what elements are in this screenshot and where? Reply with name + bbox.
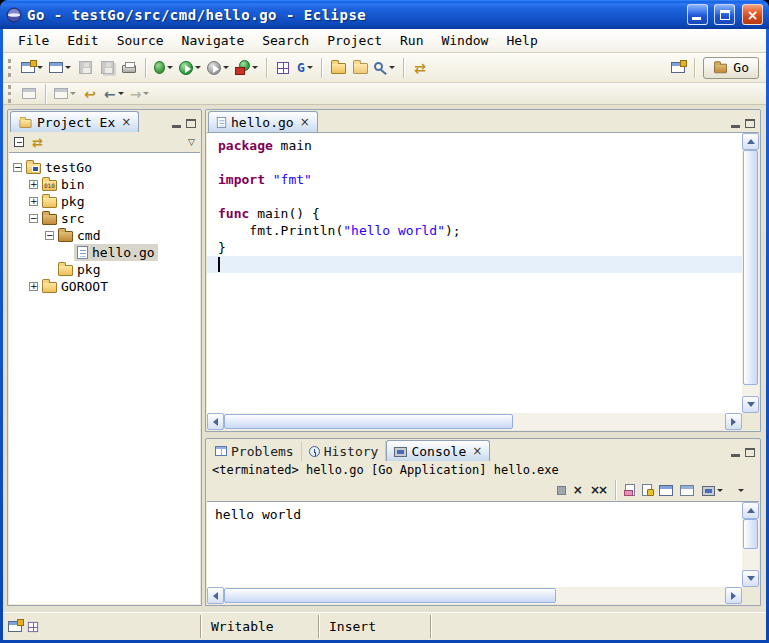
console-horizontal-scrollbar[interactable] (207, 587, 742, 604)
new-element-button[interactable] (46, 56, 74, 80)
scroll-left-button[interactable] (207, 587, 224, 604)
tab-project-explorer[interactable]: Project Ex × (10, 111, 139, 132)
tab-hello-go[interactable]: hello.go × (208, 111, 318, 132)
open-project-button[interactable] (349, 56, 371, 80)
new-go-element-button[interactable] (272, 56, 294, 80)
expander-icon[interactable]: − (13, 163, 22, 172)
expander-icon[interactable]: − (45, 231, 54, 240)
print-button[interactable] (118, 56, 140, 80)
open-console-button[interactable] (701, 482, 723, 498)
close-tab-icon[interactable]: × (300, 116, 310, 128)
scroll-right-button[interactable] (725, 587, 742, 604)
editor-vertical-scrollbar[interactable] (742, 133, 759, 413)
editor-horizontal-scrollbar[interactable] (207, 413, 742, 430)
forward-button[interactable]: → (127, 84, 153, 104)
view-menu-button[interactable]: ▽ (188, 138, 195, 147)
expander-icon[interactable]: + (29, 180, 38, 189)
run-last-button[interactable] (204, 56, 232, 80)
maximize-view-button[interactable] (745, 448, 755, 457)
scroll-down-button[interactable] (742, 396, 759, 413)
expander-icon[interactable]: + (29, 197, 38, 206)
console-output[interactable]: hello world (207, 502, 759, 527)
toolbar-drag-handle[interactable] (8, 59, 13, 77)
tree-item-src-pkg[interactable]: pkg (9, 261, 200, 278)
dropdown-icon (223, 66, 229, 69)
menu-navigate[interactable]: Navigate (173, 30, 254, 52)
minimize-view-button[interactable] (731, 125, 740, 128)
remove-all-launches-button[interactable]: ×× (590, 484, 606, 496)
clear-console-button[interactable] (625, 484, 635, 496)
open-resource-button[interactable] (327, 56, 349, 80)
menu-run[interactable]: Run (391, 30, 432, 52)
toolbar-drag-handle[interactable] (8, 85, 13, 103)
team-sync-button[interactable]: ⇄ (409, 56, 431, 80)
new-wizard-button[interactable] (18, 56, 46, 80)
back-button[interactable]: ← (101, 84, 127, 104)
debug-button[interactable] (151, 56, 176, 80)
close-tab-icon[interactable]: × (121, 116, 131, 128)
title-bar[interactable]: Go - testGo/src/cmd/hello.go - Eclipse × (0, 0, 769, 29)
scroll-up-button[interactable] (742, 133, 759, 150)
tab-history[interactable]: History (302, 441, 387, 461)
selected-tree-item[interactable]: hello.go (74, 244, 158, 261)
external-tools-button[interactable] (232, 56, 261, 80)
workbench-area: Project Ex × ⇄ ▽ (3, 105, 766, 612)
link-with-editor-button[interactable]: ⇄ (32, 136, 43, 149)
tab-console[interactable]: Console × (386, 440, 490, 461)
display-selected-console-button[interactable] (680, 485, 694, 496)
pin-console-button[interactable] (659, 485, 673, 496)
tree-item-pkg[interactable]: + pkg (9, 193, 200, 210)
collapse-all-button[interactable] (14, 137, 24, 147)
previous-annotation-button[interactable] (51, 84, 79, 104)
save-button[interactable] (74, 56, 96, 80)
minimize-view-button[interactable] (172, 125, 181, 128)
tree-item-src[interactable]: − src (9, 210, 200, 227)
goclipse-menu-button[interactable]: G (294, 56, 316, 80)
tree-item-bin[interactable]: + bin (9, 176, 200, 193)
last-edit-location-button[interactable]: ↩ (79, 84, 101, 104)
menu-source[interactable]: Source (108, 30, 173, 52)
fast-view-button[interactable] (8, 621, 22, 632)
next-annotation-button[interactable] (18, 84, 40, 104)
minimize-view-button[interactable] (731, 454, 740, 457)
tree-item-testgo[interactable]: − testGo (9, 159, 200, 176)
tab-problems[interactable]: Problems (208, 441, 302, 461)
perspective-shortcut-button[interactable] (28, 621, 38, 631)
go-perspective-button[interactable]: Go (703, 57, 759, 79)
scroll-up-button[interactable] (742, 502, 759, 519)
menu-file[interactable]: File (9, 30, 58, 52)
scroll-down-button[interactable] (742, 570, 759, 587)
menu-search[interactable]: Search (253, 30, 318, 52)
scroll-right-button[interactable] (725, 413, 742, 430)
menu-help[interactable]: Help (497, 30, 546, 52)
minimize-button[interactable] (687, 4, 708, 25)
console-vertical-scrollbar[interactable] (742, 502, 759, 587)
scroll-lock-button[interactable] (642, 484, 652, 496)
menu-edit[interactable]: Edit (58, 30, 107, 52)
search-button[interactable] (371, 56, 398, 80)
remove-launch-button[interactable]: × (573, 484, 583, 496)
tree-item-cmd[interactable]: − cmd (9, 227, 200, 244)
open-perspective-button[interactable] (667, 56, 689, 80)
scrollbar-thumb[interactable] (224, 588, 556, 603)
maximize-view-button[interactable] (745, 119, 755, 128)
save-all-button[interactable] (96, 56, 118, 80)
tree-item-goroot[interactable]: + GOROOT (9, 278, 200, 295)
scrollbar-thumb[interactable] (743, 519, 758, 549)
scrollbar-thumb[interactable] (224, 414, 513, 429)
close-button[interactable]: × (742, 4, 763, 25)
scroll-left-button[interactable] (207, 413, 224, 430)
tree-item-hello-go[interactable]: hello.go (9, 244, 200, 261)
close-tab-icon[interactable]: × (472, 445, 482, 457)
code-area[interactable]: package main import "fmt" func main() { … (207, 133, 742, 413)
expander-icon[interactable]: + (29, 282, 38, 291)
scrollbar-thumb[interactable] (743, 150, 758, 385)
menu-window[interactable]: Window (432, 30, 497, 52)
menu-project[interactable]: Project (318, 30, 391, 52)
console-view-menu-button[interactable] (730, 482, 752, 498)
expander-icon[interactable]: − (29, 214, 38, 223)
maximize-button[interactable] (714, 4, 735, 25)
terminate-button[interactable] (557, 486, 566, 495)
maximize-view-button[interactable] (186, 119, 196, 128)
run-button[interactable] (176, 56, 204, 80)
